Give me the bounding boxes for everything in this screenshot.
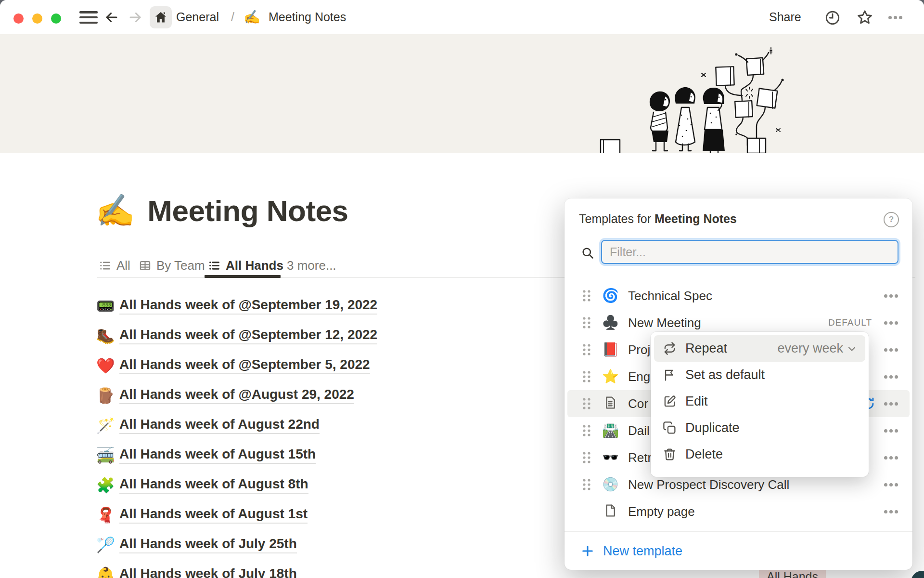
list-item[interactable]: 🚎All Hands week of August 15th (96, 440, 462, 470)
row-more-options-icon[interactable] (883, 422, 899, 439)
list-icon (99, 259, 112, 272)
drag-handle-icon[interactable] (582, 343, 591, 356)
row-more-options-icon[interactable] (883, 342, 899, 358)
popup-title: Templates for Meeting Notes (579, 212, 737, 226)
tab-more[interactable]: 3 more... (287, 255, 336, 276)
zoom-window-button[interactable] (51, 13, 61, 24)
page-link[interactable]: All Hands week of August 8th (119, 476, 308, 494)
page-link[interactable]: All Hands week of @August 29, 2022 (119, 387, 354, 404)
close-window-button[interactable] (13, 13, 24, 24)
default-badge: DEFAULT (828, 317, 872, 328)
drag-handle-icon[interactable] (582, 451, 591, 464)
tab-all[interactable]: All (99, 255, 130, 276)
sidebar-toggle-icon[interactable] (79, 11, 98, 24)
page-emoji-icon[interactable]: ✍️ (95, 195, 135, 227)
row-more-options-icon[interactable] (883, 449, 899, 466)
page-item-emoji-icon: ❤️ (96, 357, 119, 375)
back-arrow-icon[interactable] (103, 9, 120, 26)
template-label: Dail (628, 423, 650, 438)
row-more-options-icon[interactable] (883, 395, 899, 412)
drag-handle-icon[interactable] (582, 370, 591, 383)
template-label: New Prospect Discovery Call (628, 477, 789, 492)
list-item[interactable]: 🧩All Hands week of August 8th (96, 470, 462, 500)
menu-item-value[interactable]: every week (777, 341, 858, 356)
template-emoji-icon: 💿 (602, 478, 618, 491)
updates-clock-icon[interactable] (824, 10, 841, 26)
menu-item-edit[interactable]: Edit (654, 388, 865, 415)
list-item[interactable]: 🥾All Hands week of @September 12, 2022 (96, 321, 462, 351)
template-row[interactable]: Empty page (567, 498, 910, 525)
more-options-icon[interactable] (887, 9, 903, 26)
table-icon (139, 259, 152, 272)
share-button[interactable]: Share (769, 0, 801, 34)
template-label: Proj (628, 342, 650, 357)
menu-item-set-as-default[interactable]: Set as default (654, 362, 865, 388)
drag-handle-icon[interactable] (582, 316, 591, 329)
favorite-star-icon[interactable] (857, 9, 873, 26)
popup-divider (565, 531, 912, 532)
page-link[interactable]: All Hands week of August 1st (119, 506, 308, 524)
row-more-options-icon[interactable] (883, 315, 899, 331)
menu-item-delete[interactable]: Delete (654, 441, 865, 468)
page-item-emoji-icon: 🪵 (96, 387, 119, 405)
row-more-options-icon[interactable] (883, 503, 899, 520)
home-icon (154, 11, 167, 24)
page-link[interactable]: All Hands week of @September 12, 2022 (119, 327, 377, 344)
plus-icon (581, 544, 594, 558)
page-cover[interactable] (0, 34, 924, 153)
menu-item-label: Set as default (685, 368, 765, 382)
page-link[interactable]: All Hands week of July 18th (119, 566, 297, 578)
template-label: Technical Spec (628, 289, 712, 303)
breadcrumb-page-emoji-icon: ✍️ (244, 0, 260, 34)
page-item-emoji-icon: 🥾 (96, 327, 119, 345)
list-item[interactable]: ❤️All Hands week of @September 5, 2022 (96, 351, 462, 381)
page-icon (602, 503, 618, 520)
minimize-window-button[interactable] (32, 13, 42, 24)
template-emoji-icon: ♣️ (602, 316, 618, 329)
template-label: Empty page (628, 504, 695, 519)
list-item[interactable]: 🪄All Hands week of August 22nd (96, 410, 462, 440)
list-item[interactable]: 🪵All Hands week of @August 29, 2022 (96, 381, 462, 410)
drag-handle-icon[interactable] (582, 397, 591, 410)
drag-handle-icon[interactable] (582, 478, 591, 491)
new-template-button[interactable]: New template (565, 536, 924, 566)
page-link[interactable]: All Hands week of @September 19, 2022 (119, 297, 377, 315)
template-emoji-icon: 🛣️ (602, 424, 618, 437)
page-item-emoji-icon: 👶 (96, 566, 119, 578)
menu-item-label: Duplicate (685, 420, 740, 435)
breadcrumb-section[interactable]: General (176, 0, 219, 34)
toolbar: General / ✍️ Meeting Notes Share (0, 0, 924, 34)
row-more-options-icon[interactable] (883, 368, 899, 385)
forward-arrow-icon[interactable] (127, 9, 143, 26)
page-link[interactable]: All Hands week of August 22nd (119, 417, 320, 434)
page-title-row: ✍️ Meeting Notes (95, 194, 348, 228)
filter-input[interactable] (601, 240, 898, 264)
flag-icon (663, 368, 677, 382)
row-more-options-icon[interactable] (883, 476, 899, 493)
list-item[interactable]: 🏸All Hands week of July 25th (96, 530, 462, 560)
tab-all-hands[interactable]: All Hands (208, 255, 283, 276)
page-link[interactable]: All Hands week of August 15th (119, 447, 316, 464)
row-more-options-icon[interactable] (883, 288, 899, 304)
menu-item-label: Edit (685, 394, 708, 409)
breadcrumb-page-title[interactable]: Meeting Notes (269, 0, 346, 34)
page-link[interactable]: All Hands week of July 25th (119, 536, 297, 553)
page-item-emoji-icon: 🧩 (96, 476, 119, 494)
drag-handle-icon[interactable] (582, 424, 591, 437)
drag-handle-icon[interactable] (582, 289, 591, 302)
menu-item-duplicate[interactable]: Duplicate (654, 415, 865, 441)
list-item[interactable]: 👶All Hands week of July 18th (96, 560, 462, 578)
template-label: Eng (628, 369, 650, 384)
list-item[interactable]: 🧣All Hands week of August 1st (96, 500, 462, 530)
page-item-emoji-icon: 🪄 (96, 417, 119, 434)
list-item[interactable]: 📟All Hands week of @September 19, 2022 (96, 291, 462, 321)
page-link[interactable]: All Hands week of @September 5, 2022 (119, 357, 370, 374)
menu-item-repeat[interactable]: Repeatevery week (654, 335, 865, 362)
search-icon (581, 246, 594, 260)
template-emoji-icon: 🌀 (602, 289, 618, 302)
page-title[interactable]: Meeting Notes (147, 194, 348, 228)
tab-by-team[interactable]: By Team (139, 255, 205, 276)
home-button[interactable] (150, 6, 172, 28)
help-icon[interactable]: ? (884, 212, 899, 227)
template-row[interactable]: 🌀Technical Spec (567, 282, 910, 309)
